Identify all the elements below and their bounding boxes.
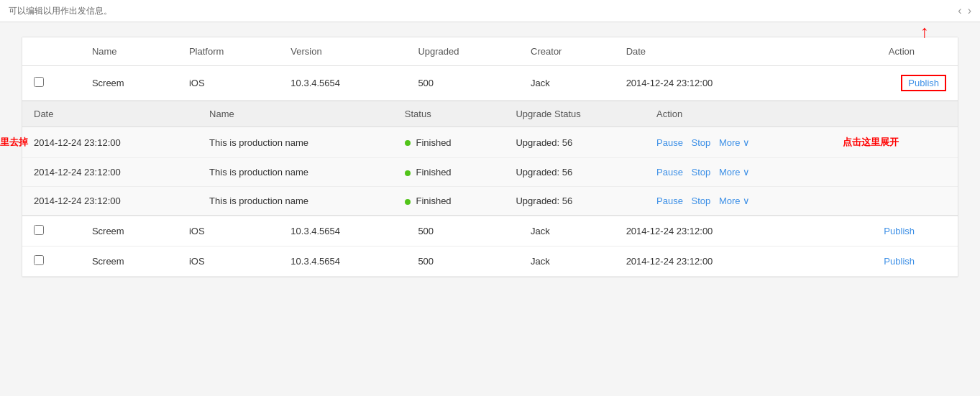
status-text: Finished: [416, 195, 451, 206]
pause-button[interactable]: Pause: [656, 137, 683, 148]
cell-action: ↑ Publish: [807, 66, 958, 101]
cell-name: Screem: [81, 216, 178, 247]
cell-date: 2014-12-24 23:12:00: [615, 247, 808, 277]
publish-button[interactable]: Publish: [908, 78, 939, 88]
stop-button[interactable]: Stop: [692, 195, 711, 206]
nav-next[interactable]: ›: [968, 4, 971, 17]
sub-cell-upgrade-status: Upgraded: 56: [504, 158, 645, 187]
cell-creator: Jack: [519, 247, 615, 277]
sub-cell-upgrade-status: Upgraded: 56: [504, 127, 645, 158]
sub-table: Date Name Status Upgrade Status Action: [22, 101, 958, 215]
more-button[interactable]: More ∨: [719, 137, 750, 148]
sub-cell-date: 2014-12-24 23:12:00: [22, 187, 198, 216]
outer-table-header-row: Name Platform Version Upgraded Creator D…: [22, 37, 958, 66]
sub-cell-actions: Pause Stop More ∨: [645, 158, 831, 187]
sub-cell-status: Finished: [393, 127, 505, 158]
more-button[interactable]: More ∨: [719, 167, 750, 178]
arrow-up-icon: ↑: [920, 23, 929, 40]
row-checkbox[interactable]: [34, 225, 44, 235]
pause-button[interactable]: Pause: [656, 167, 683, 178]
checkbox-cell: [22, 66, 81, 101]
publish-button[interactable]: Publish: [884, 226, 915, 236]
sub-table-header-row: Date Name Status Upgrade Status Action: [22, 101, 958, 127]
status-text: Finished: [416, 167, 451, 178]
sub-table-data-row: 2014-12-24 23:12:00 This is production n…: [22, 187, 958, 216]
sub-cell-upgrade-status: Upgraded: 56: [504, 187, 645, 216]
annotation-click-here: 点击这里展开: [843, 137, 899, 147]
cell-action: Publish: [807, 216, 958, 247]
annotation-remove-text: 这里去掉: [0, 136, 28, 149]
status-dot: [405, 140, 411, 146]
cell-creator: Jack: [519, 66, 615, 101]
cell-upgraded: 500: [406, 66, 519, 101]
checkbox-cell: [22, 216, 81, 247]
more-button[interactable]: More ∨: [719, 195, 750, 206]
cell-upgraded: 500: [406, 247, 519, 277]
cell-platform: iOS: [178, 247, 279, 277]
sub-cell-actions: Pause Stop More ∨: [645, 187, 831, 216]
cell-name: Screem: [81, 247, 178, 277]
sub-col-action: Action: [645, 101, 831, 127]
top-nav: ‹ ›: [958, 4, 971, 17]
stop-button[interactable]: Stop: [692, 167, 711, 178]
cell-platform: iOS: [178, 216, 279, 247]
row-checkbox[interactable]: [34, 77, 44, 87]
table-row: Screem iOS 10.3.4.5654 500 Jack 2014-12-…: [22, 247, 958, 277]
cell-date: 2014-12-24 23:12:00: [615, 216, 808, 247]
sub-cell-name: This is production name: [198, 127, 393, 158]
sub-table-wrapper: Date Name Status Upgrade Status Action: [22, 101, 958, 216]
annotation-right-cell-empty: [831, 187, 958, 216]
annotation-publish-arrow: ↑: [920, 23, 929, 40]
status-dot: [405, 199, 411, 205]
col-date: Date: [615, 37, 808, 66]
sub-col-upgrade-status: Upgrade Status: [504, 101, 645, 127]
col-action: Action: [807, 37, 958, 66]
cell-version: 10.3.4.5654: [279, 216, 406, 247]
col-name: Name: [81, 37, 178, 66]
sub-table-data-row: 2014-12-24 23:12:00 ← 这里去掉: [22, 127, 958, 158]
publish-btn-highlighted: Publish: [901, 75, 946, 91]
publish-button[interactable]: Publish: [884, 256, 915, 267]
row-checkbox[interactable]: [34, 255, 44, 265]
cell-version: 10.3.4.5654: [279, 66, 406, 101]
col-version: Version: [279, 37, 406, 66]
table-row: Screem iOS 10.3.4.5654 500 Jack 2014-12-…: [22, 66, 958, 101]
col-creator: Creator: [519, 37, 615, 66]
cell-platform: iOS: [178, 66, 279, 101]
col-checkbox: [22, 37, 81, 66]
checkbox-cell: [22, 247, 81, 277]
status-dot: [405, 170, 411, 176]
sub-cell-actions: Pause Stop More ∨: [645, 127, 831, 158]
sub-cell-status: Finished: [393, 158, 505, 187]
table-row: Screem iOS 10.3.4.5654 500 Jack 2014-12-…: [22, 216, 958, 247]
pause-button[interactable]: Pause: [656, 195, 683, 206]
sub-table-cell: Date Name Status Upgrade Status Action: [22, 101, 958, 216]
col-platform: Platform: [178, 37, 279, 66]
status-text: Finished: [416, 137, 451, 148]
outer-table: Name Platform Version Upgraded Creator D…: [22, 37, 958, 277]
cell-creator: Jack: [519, 216, 615, 247]
annotation-right-cell-empty: [831, 158, 958, 187]
sub-cell-date: 2014-12-24 23:12:00 ← 这里去掉: [22, 127, 198, 158]
annotation-left-group: ← 这里去掉: [0, 133, 28, 152]
cell-date: 2014-12-24 23:12:00: [615, 66, 808, 101]
sub-table-data-row: 2014-12-24 23:12:00 This is production n…: [22, 158, 958, 187]
top-bar-text: 可以编辑以用作出发信息。: [9, 5, 112, 17]
main-content: Name Platform Version Upgraded Creator D…: [22, 37, 958, 277]
cell-upgraded: 500: [406, 216, 519, 247]
sub-col-status: Status: [393, 101, 505, 127]
cell-action: Publish: [807, 247, 958, 277]
sub-cell-status: Finished: [393, 187, 505, 216]
sub-cell-date: 2014-12-24 23:12:00: [22, 158, 198, 187]
stop-button[interactable]: Stop: [692, 137, 711, 148]
col-upgraded: Upgraded: [406, 37, 519, 66]
nav-prev[interactable]: ‹: [958, 4, 961, 17]
cell-name: Screem: [81, 66, 178, 101]
sub-col-date: Date: [22, 101, 198, 127]
sub-col-annotation: [831, 101, 958, 127]
annotation-right-cell: 点击这里展开: [831, 127, 958, 158]
cell-version: 10.3.4.5654: [279, 247, 406, 277]
sub-col-name: Name: [198, 101, 393, 127]
sub-cell-name: This is production name: [198, 187, 393, 216]
sub-cell-name: This is production name: [198, 158, 393, 187]
